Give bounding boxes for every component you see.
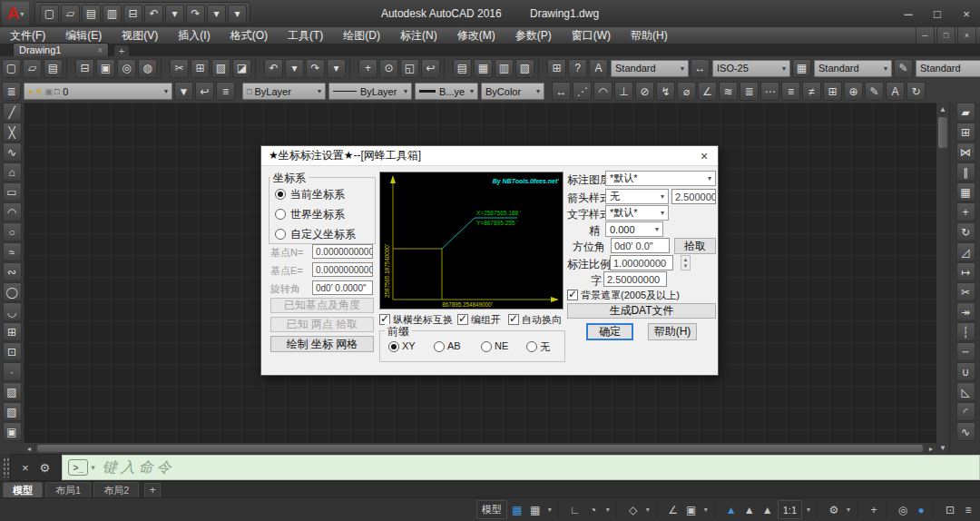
zoom-previous-icon[interactable]: ↩ (421, 59, 440, 78)
annotation-visibility-icon[interactable]: ▲ (723, 500, 740, 519)
radio-prefix-ne[interactable] (481, 341, 492, 352)
auto-flip-checkbox[interactable] (508, 314, 519, 325)
scale-dropdown-icon[interactable]: ▾ (804, 500, 813, 519)
radio-prefix-ab[interactable] (434, 341, 445, 352)
graphics-performance-icon[interactable]: ● (913, 500, 929, 519)
horizontal-scrollbar[interactable]: ◂ ▸ (24, 443, 936, 454)
menu-file[interactable]: 文件(F) (0, 27, 55, 44)
radio-prefix-xy[interactable] (388, 341, 399, 352)
scroll-down-icon[interactable]: ▼ (939, 441, 946, 454)
menu-edit[interactable]: 编辑(E) (55, 27, 112, 44)
redo-dropdown-icon[interactable]: ▾ (327, 59, 346, 78)
char-height-input[interactable]: 2.50000000 (603, 271, 667, 287)
layer-states-icon[interactable]: ≡ (216, 82, 235, 101)
group-on-checkbox[interactable] (457, 314, 468, 325)
chamfer-icon[interactable]: ◺ (956, 382, 975, 401)
insert-block-icon[interactable]: ⊞ (3, 322, 22, 341)
menu-tools[interactable]: 工具(T) (278, 27, 333, 44)
dialog-text-style-combo[interactable]: *默认*▾ (605, 205, 669, 221)
menu-help[interactable]: 帮助(H) (621, 27, 678, 44)
menu-draw[interactable]: 绘图(D) (333, 27, 390, 44)
break-at-point-icon[interactable]: ┆ (956, 322, 975, 341)
undo-icon[interactable]: ↶ (144, 5, 163, 24)
close-commandline-icon[interactable]: × (16, 461, 34, 475)
lineweight-combo[interactable]: B...ye ▾ (415, 83, 478, 100)
blend-curves-icon[interactable]: ∿ (956, 422, 975, 441)
menu-insert[interactable]: 插入(I) (168, 27, 220, 44)
radio-world-ucs[interactable] (275, 209, 286, 220)
tab-layout1[interactable]: 布局1 (45, 482, 91, 498)
scale-spinner[interactable]: ▲▼ (681, 255, 691, 270)
plot-preview-icon[interactable]: ▣ (96, 59, 115, 78)
background-mask-checkbox[interactable] (567, 290, 578, 300)
menu-dimension[interactable]: 标注(N) (390, 27, 447, 44)
save-icon[interactable]: ▤ (82, 5, 101, 24)
polyline-icon[interactable]: ∿ (3, 143, 22, 162)
make-block-icon[interactable]: ⊡ (3, 342, 22, 361)
snap-dropdown-icon[interactable]: ▾ (545, 500, 554, 519)
redo-icon[interactable]: ↷ (186, 5, 205, 24)
redo-icon[interactable]: ↷ (306, 59, 325, 78)
precision-combo[interactable]: 0.000▾ (605, 221, 663, 237)
multileader-style-combo[interactable]: Standard▾ (916, 60, 980, 77)
save-as-icon[interactable]: ▥ (103, 5, 122, 24)
maximize-window-icon[interactable]: □ (924, 5, 951, 24)
menu-parametric[interactable]: 参数(P) (505, 27, 562, 44)
redo-dropdown-icon[interactable]: ▾ (207, 5, 226, 24)
model-space-button[interactable]: 模型 (476, 500, 507, 519)
menu-view[interactable]: 视图(V) (112, 27, 168, 44)
stretch-icon[interactable]: ↦ (956, 262, 975, 281)
tool-palettes-icon[interactable]: ▥ (495, 59, 514, 78)
isolate-objects-icon[interactable]: ◎ (895, 500, 911, 519)
scroll-left-icon[interactable]: ◂ (24, 445, 34, 453)
new-file-icon[interactable]: ▢ (2, 59, 21, 78)
arc-icon[interactable]: ◠ (3, 202, 22, 221)
paste-icon[interactable]: ▨ (211, 59, 230, 78)
known-two-points-button[interactable]: 已知 两点 拾取 (270, 317, 374, 332)
erase-icon[interactable]: ▰ (956, 103, 975, 122)
quickcalc-icon[interactable]: ⊞ (547, 59, 566, 78)
copy-icon[interactable]: ⊞ (956, 123, 975, 142)
object-snap-icon[interactable]: ▣ (683, 500, 700, 519)
dimension-text-edit-icon[interactable]: A (886, 82, 905, 101)
match-properties-icon[interactable]: ◪ (232, 59, 251, 78)
arrow-style-combo[interactable]: 无▾ (605, 189, 669, 204)
move-icon[interactable]: + (956, 202, 975, 221)
scroll-right-icon[interactable]: ▸ (926, 445, 936, 453)
menu-modify[interactable]: 修改(M) (447, 27, 505, 44)
vertical-scroll-thumb[interactable] (938, 117, 947, 148)
offset-icon[interactable]: ∥ (956, 162, 975, 182)
azimuth-input[interactable]: 0d0' 0.0" (611, 238, 670, 253)
line-icon[interactable]: ╱ (3, 103, 22, 122)
aligned-dimension-icon[interactable]: ⋰ (573, 82, 592, 101)
gradient-icon[interactable]: ▧ (3, 402, 22, 421)
angular-dimension-icon[interactable]: ∠ (698, 82, 717, 101)
dimension-update-icon[interactable]: ↻ (906, 82, 926, 101)
radio-prefix-none[interactable] (526, 341, 537, 352)
file-tab-drawing1[interactable]: Drawing1 × (13, 43, 109, 56)
annotation-scale-icon[interactable]: ▲ (760, 500, 776, 519)
tab-model[interactable]: 模型 (3, 482, 43, 498)
known-base-angle-button[interactable]: 已知基点及角度 (270, 298, 374, 313)
dimension-edit-icon[interactable]: ✎ (865, 82, 884, 101)
osnap-dropdown-icon[interactable]: ▾ (701, 500, 710, 519)
dialog-close-icon[interactable]: × (691, 149, 718, 163)
join-icon[interactable]: ∪ (956, 362, 975, 381)
dimension-style-combo[interactable]: ISO-25▾ (712, 60, 790, 77)
qat-customize-icon[interactable]: ▾ (228, 5, 247, 24)
spline-icon[interactable]: ∾ (3, 262, 22, 281)
rectangle-icon[interactable]: ▭ (3, 182, 22, 202)
dimension-space-icon[interactable]: ≡ (781, 82, 800, 101)
linear-dimension-icon[interactable]: ↔ (552, 82, 571, 101)
publish-icon[interactable]: ◎ (117, 59, 136, 78)
recent-commands-icon[interactable]: ▾ (91, 463, 95, 472)
customize-commandline-icon[interactable]: ⚙ (34, 461, 56, 475)
plot-icon[interactable]: ⊟ (123, 5, 142, 24)
open-icon[interactable]: ▱ (61, 5, 80, 24)
break-icon[interactable]: ╌ (956, 342, 975, 361)
vertical-scrollbar[interactable]: ▲ ▼ (936, 103, 949, 454)
polar-dropdown-icon[interactable]: ▾ (603, 500, 612, 519)
help-icon[interactable]: ? (568, 59, 587, 78)
designcenter-icon[interactable]: ▦ (474, 59, 493, 78)
ellipse-arc-icon[interactable]: ◡ (3, 302, 22, 321)
